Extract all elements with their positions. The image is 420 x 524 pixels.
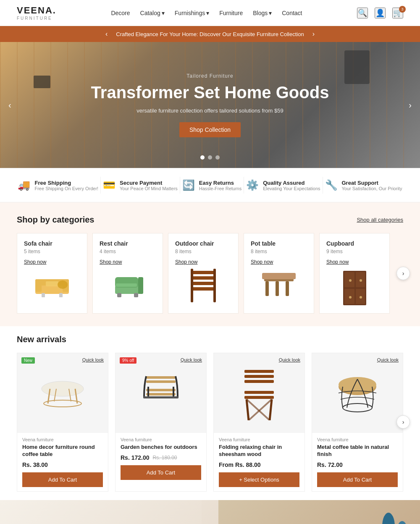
hero-decoration bbox=[344, 50, 370, 84]
category-count-pot: 8 items bbox=[251, 249, 307, 254]
quick-look-4[interactable]: Quick look bbox=[377, 357, 399, 362]
nav-furnishings[interactable]: Furnishings ▾ bbox=[175, 10, 209, 16]
account-button[interactable]: 👤 bbox=[375, 8, 386, 18]
sofa-chair-image bbox=[33, 269, 71, 298]
hero-decoration-2 bbox=[34, 76, 50, 88]
hero-dot-2[interactable] bbox=[208, 155, 212, 160]
nav-furniture[interactable]: Furniture bbox=[219, 10, 243, 16]
nav-contact[interactable]: Contact bbox=[282, 10, 302, 16]
category-count-sofa: 5 items bbox=[24, 249, 80, 254]
promo-prev[interactable]: ‹ bbox=[105, 30, 108, 38]
header: VEENA. furniture Decore Catalog ▾ Furnis… bbox=[0, 0, 420, 26]
svg-point-39 bbox=[44, 400, 81, 407]
category-link-rest[interactable]: Shop now bbox=[100, 259, 122, 265]
quick-look-3[interactable]: Quick look bbox=[279, 357, 300, 362]
add-to-cart-button-2[interactable]: Add To Cart bbox=[121, 465, 201, 480]
add-to-cart-button-4[interactable]: Add To Cart bbox=[317, 472, 398, 487]
new-arrivals-header: New arrivals bbox=[17, 335, 403, 344]
cart-button[interactable]: 🛒 3 bbox=[392, 8, 403, 18]
svg-rect-15 bbox=[191, 276, 216, 280]
categories-next-button[interactable]: › bbox=[396, 267, 410, 280]
hero-section: Tailored Furniture Transformer Set Home … bbox=[0, 42, 420, 168]
hero-next-button[interactable]: › bbox=[409, 100, 412, 110]
svg-line-51 bbox=[270, 399, 272, 420]
product-image-4: Quick look bbox=[312, 353, 403, 433]
feature-quality-desc: Elevating Your Expectations bbox=[263, 186, 320, 191]
category-card-sofa: Sofa chair 5 items Shop now bbox=[17, 233, 87, 314]
price-current-4: Rs. 72.00 bbox=[317, 461, 343, 468]
feature-returns: 🔄 Easy Returns Hassle-Free Returns bbox=[182, 177, 242, 194]
product-metal-table-img bbox=[332, 372, 383, 414]
category-name-rest: Rest chair bbox=[100, 240, 156, 247]
feature-support-title: Great Support bbox=[342, 180, 402, 186]
shop-all-categories-link[interactable]: Shop all categories bbox=[357, 217, 403, 223]
nav-catalog[interactable]: Catalog ▾ bbox=[140, 10, 165, 16]
select-options-button-3[interactable]: + Select Options bbox=[219, 472, 299, 487]
main-nav: Decore Catalog ▾ Furnishings ▾ Furniture… bbox=[111, 10, 302, 16]
svg-rect-18 bbox=[191, 269, 193, 302]
svg-rect-47 bbox=[244, 380, 274, 383]
quick-look-2[interactable]: Quick look bbox=[181, 357, 202, 362]
feature-payment: 💳 Secure Payment Your Peace Of Mind Matt… bbox=[103, 177, 178, 194]
category-count-rest: 4 items bbox=[100, 249, 156, 254]
categories-grid: Sofa chair 5 items Shop now bbox=[17, 233, 403, 314]
cupboard-image bbox=[341, 269, 368, 307]
promo-next[interactable]: › bbox=[312, 30, 315, 38]
add-to-cart-button-1[interactable]: Add To Cart bbox=[22, 472, 103, 487]
svg-point-31 bbox=[360, 279, 362, 282]
product-image-1: New Quick look bbox=[17, 353, 108, 433]
hero-eyebrow: Tailored Furniture bbox=[91, 73, 329, 79]
feature-returns-title: Easy Returns bbox=[199, 180, 242, 186]
svg-rect-13 bbox=[116, 283, 137, 287]
category-link-sofa[interactable]: Shop now bbox=[24, 259, 46, 265]
nav-decore[interactable]: Decore bbox=[111, 10, 130, 16]
svg-point-32 bbox=[349, 296, 352, 299]
returns-icon: 🔄 bbox=[182, 179, 195, 191]
svg-line-53 bbox=[249, 399, 272, 420]
product-info-4: Veena furniture Metal coffee table in na… bbox=[312, 433, 403, 491]
product-price-2: Rs. 172.00 Rs. 180.00 bbox=[121, 454, 201, 461]
hero-cta-button[interactable]: Shop Collection bbox=[179, 122, 241, 137]
hero-content: Tailored Furniture Transformer Set Home … bbox=[91, 73, 329, 137]
badge-new-1: New bbox=[21, 357, 35, 364]
category-name-sofa: Sofa chair bbox=[24, 240, 80, 247]
feature-divider-1 bbox=[100, 177, 101, 194]
product-brand-3: Veena furniture bbox=[219, 437, 299, 442]
promo-bar: ‹ Crafted Elegance For Your Home: Discov… bbox=[0, 26, 420, 42]
product-brand-2: Veena furniture bbox=[121, 437, 201, 442]
svg-rect-43 bbox=[146, 380, 176, 383]
svg-rect-24 bbox=[262, 273, 296, 279]
svg-rect-16 bbox=[191, 282, 216, 285]
product-card-4: Quick look bbox=[312, 353, 403, 492]
svg-rect-6 bbox=[46, 281, 58, 286]
category-link-pot[interactable]: Shop now bbox=[251, 259, 273, 265]
products-next-button[interactable]: › bbox=[396, 415, 410, 429]
svg-rect-2 bbox=[35, 279, 42, 292]
cart-count: 3 bbox=[399, 6, 406, 13]
category-link-outdoor[interactable]: Shop now bbox=[175, 259, 197, 265]
hero-prev-button[interactable]: ‹ bbox=[8, 100, 11, 110]
svg-point-34 bbox=[42, 381, 84, 396]
features-strip: 🚚 Free Shipping Free Shipping On Every O… bbox=[0, 168, 420, 202]
quick-look-1[interactable]: Quick look bbox=[82, 357, 104, 362]
pot-table-image bbox=[262, 269, 296, 298]
banner-right-bg bbox=[218, 500, 420, 524]
product-coffee-table-img bbox=[37, 376, 88, 410]
logo[interactable]: VEENA. furniture bbox=[17, 5, 56, 21]
hero-dot-1[interactable] bbox=[200, 155, 205, 160]
search-button[interactable]: 🔍 bbox=[357, 8, 368, 18]
new-arrivals-section: New arrivals New Quick look bbox=[0, 326, 420, 500]
feature-quality: ⚙️ Quality Assured Elevating Your Expect… bbox=[246, 177, 320, 194]
header-icons: 🔍 👤 🛒 3 bbox=[357, 8, 403, 18]
svg-point-33 bbox=[360, 296, 362, 299]
new-arrivals-title: New arrivals bbox=[17, 335, 66, 344]
categories-title: Shop by categories bbox=[17, 215, 94, 225]
category-name-outdoor: Outdoor chair bbox=[175, 240, 231, 247]
feature-returns-desc: Hassle-Free Returns bbox=[199, 186, 242, 191]
nav-blogs[interactable]: Blogs ▾ bbox=[253, 10, 272, 16]
category-link-cupboard[interactable]: Shop now bbox=[326, 259, 349, 265]
category-count-outdoor: 8 items bbox=[175, 249, 231, 254]
hero-dot-3[interactable] bbox=[215, 155, 220, 160]
price-current-1: Rs. 38.00 bbox=[22, 461, 48, 468]
svg-rect-23 bbox=[286, 281, 289, 296]
